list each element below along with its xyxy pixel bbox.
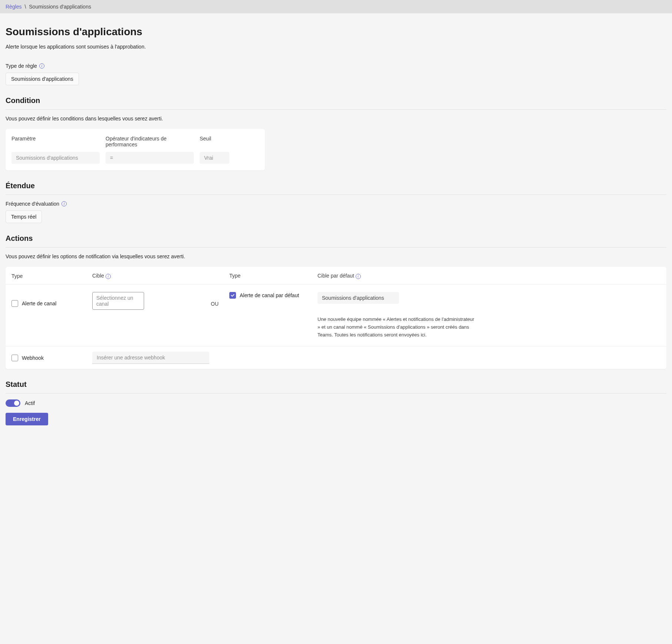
- actions-card: Type Cible i Type Cible par défaut i Ale…: [6, 267, 666, 369]
- default-channel-label: Alerte de canal par défaut: [240, 292, 299, 298]
- webhook-url-input[interactable]: Insérer une adresse webhook: [92, 352, 209, 364]
- breadcrumb-root-link[interactable]: Règles: [6, 4, 22, 10]
- info-icon[interactable]: i: [356, 274, 361, 279]
- condition-card: Paramètre Opérateur d'indicateurs de per…: [6, 129, 265, 170]
- actions-description: Vous pouvez définir les options de notif…: [6, 253, 666, 259]
- status-heading: Statut: [6, 380, 666, 389]
- breadcrumb-separator: \: [24, 4, 26, 10]
- channel-alert-checkbox[interactable]: [11, 300, 18, 307]
- condition-threshold-value: Vrai: [200, 152, 229, 164]
- rule-type-value: Soumissions d'applications: [6, 73, 79, 85]
- save-button[interactable]: Enregistrer: [6, 413, 48, 425]
- webhook-label: Webhook: [22, 355, 44, 361]
- condition-param-value: Soumissions d'applications: [11, 152, 100, 164]
- scope-heading: Étendue: [6, 182, 666, 190]
- info-icon[interactable]: i: [39, 63, 44, 69]
- actions-or-label: OU: [211, 292, 229, 307]
- actions-header-target1-text: Cible: [92, 273, 104, 279]
- condition-header-param: Paramètre: [11, 136, 100, 147]
- actions-header-or: [211, 273, 229, 279]
- actions-heading: Actions: [6, 234, 666, 243]
- divider: [6, 109, 666, 110]
- condition-operator-value: =: [106, 152, 194, 164]
- actions-header-type1: Type: [11, 273, 92, 279]
- scope-freq-value: Temps réel: [6, 210, 42, 223]
- actions-header-target2: Cible par défaut i: [317, 273, 661, 279]
- webhook-checkbox[interactable]: [11, 355, 18, 361]
- breadcrumb: Règles \ Soumissions d'applications: [0, 0, 672, 13]
- rule-type-label-text: Type de règle: [6, 63, 37, 69]
- default-channel-description: Une nouvelle équipe nommée « Alertes et …: [317, 316, 477, 339]
- rule-type-label: Type de règle i: [6, 63, 666, 69]
- default-channel-checkbox[interactable]: [229, 292, 236, 299]
- info-icon[interactable]: i: [106, 274, 111, 279]
- divider: [6, 195, 666, 195]
- default-channel-target: Soumissions d'applications: [317, 292, 399, 304]
- channel-select-input[interactable]: Sélectionnez un canal: [92, 292, 144, 310]
- divider: [6, 247, 666, 248]
- scope-freq-label: Fréquence d'évaluation i: [6, 201, 666, 207]
- status-toggle-label: Actif: [25, 400, 35, 406]
- actions-header-target2-text: Cible par défaut: [317, 273, 354, 279]
- status-toggle[interactable]: [6, 399, 20, 407]
- divider: [6, 393, 666, 394]
- condition-heading: Condition: [6, 96, 666, 105]
- scope-freq-label-text: Fréquence d'évaluation: [6, 201, 59, 207]
- condition-header-operator: Opérateur d'indicateurs de performances: [106, 136, 194, 147]
- condition-header-threshold: Seuil: [200, 136, 259, 147]
- condition-description: Vous pouvez définir les conditions dans …: [6, 116, 666, 122]
- page-title: Soumissions d'applications: [6, 26, 666, 38]
- page-description: Alerte lorsque les applications sont sou…: [6, 44, 666, 50]
- info-icon[interactable]: i: [61, 201, 67, 206]
- breadcrumb-current: Soumissions d'applications: [29, 4, 91, 10]
- actions-header-type2: Type: [229, 273, 317, 279]
- actions-header-target1: Cible i: [92, 273, 211, 279]
- channel-alert-label: Alerte de canal: [22, 301, 56, 306]
